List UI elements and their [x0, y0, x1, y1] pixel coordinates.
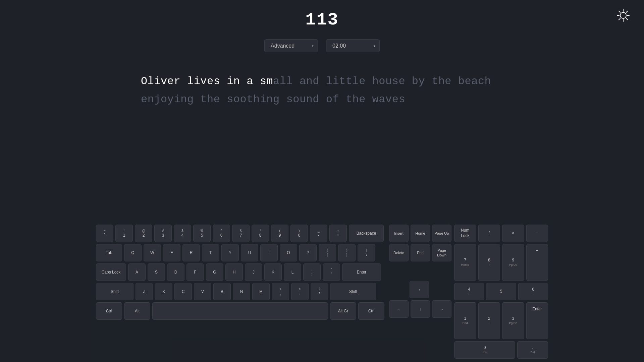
- key-r[interactable]: R: [182, 244, 200, 261]
- key-5[interactable]: %5: [193, 225, 211, 242]
- key-num-enter[interactable]: Enter: [526, 302, 548, 339]
- key-num-plus[interactable]: +: [526, 244, 548, 281]
- key-shift-left[interactable]: Shift: [96, 283, 133, 300]
- key-arrow-up[interactable]: ↑: [410, 281, 429, 298]
- key-alt-left[interactable]: Alt: [124, 302, 150, 320]
- theme-toggle-button[interactable]: [616, 8, 631, 23]
- key-m[interactable]: M: [252, 283, 270, 300]
- svg-line-7: [626, 11, 628, 12]
- key-i[interactable]: I: [260, 244, 278, 261]
- key-4[interactable]: $4: [174, 225, 191, 242]
- key-num-1[interactable]: 1End: [454, 302, 476, 339]
- key-o[interactable]: O: [280, 244, 297, 261]
- key-d[interactable]: D: [167, 263, 184, 281]
- key-backspace[interactable]: Backspace: [349, 225, 384, 242]
- key-k[interactable]: K: [264, 263, 282, 281]
- key-v[interactable]: V: [194, 283, 211, 300]
- key-shift-right[interactable]: Shift: [330, 283, 376, 300]
- key-num-3[interactable]: 3Pg Dn: [502, 302, 524, 339]
- key-pageup[interactable]: Page Up: [432, 225, 451, 242]
- key-period[interactable]: >.: [291, 283, 309, 300]
- key-arrow-left[interactable]: ←: [389, 300, 409, 318]
- key-num-6[interactable]: 6→: [518, 283, 548, 300]
- key-num-4[interactable]: 4←: [454, 283, 484, 300]
- key-f[interactable]: F: [186, 263, 204, 281]
- key-numlock[interactable]: NumLock: [454, 225, 476, 242]
- key-0[interactable]: )0: [290, 225, 308, 242]
- key-9[interactable]: (9: [271, 225, 288, 242]
- key-pagedown[interactable]: Page Down: [432, 244, 451, 261]
- nav-row-arrows-bottom: ← ↓ →: [389, 300, 449, 318]
- key-8[interactable]: *8: [252, 225, 269, 242]
- key-7[interactable]: &7: [232, 225, 250, 242]
- key-enter[interactable]: Enter: [342, 263, 381, 281]
- key-x[interactable]: X: [155, 283, 172, 300]
- key-h[interactable]: H: [225, 263, 243, 281]
- key-bracket-close[interactable]: }]: [338, 244, 356, 261]
- key-altgr[interactable]: Alt Gr: [330, 302, 356, 320]
- key-p[interactable]: P: [299, 244, 317, 261]
- key-backtick[interactable]: ~`: [96, 225, 113, 242]
- difficulty-dropdown-wrapper[interactable]: Beginner Intermediate Advanced Expert ▾: [264, 39, 318, 52]
- key-quote[interactable]: "': [323, 263, 340, 281]
- key-y[interactable]: Y: [221, 244, 239, 261]
- key-num-multiply[interactable]: ×: [502, 225, 524, 242]
- time-select[interactable]: 01:00 02:00 03:00 05:00: [326, 39, 380, 52]
- key-e[interactable]: E: [163, 244, 180, 261]
- key-comma[interactable]: <,: [272, 283, 289, 300]
- key-w[interactable]: W: [144, 244, 161, 261]
- wpm-display: 113: [0, 10, 644, 30]
- key-arrow-down[interactable]: ↓: [411, 300, 430, 318]
- key-backslash[interactable]: |\: [358, 244, 375, 261]
- keyboard: ~` !1 @2 #3 $4 %5 ^6 &7 *8 (9 )0 _- += B…: [91, 219, 553, 362]
- key-num-8[interactable]: 8↑: [478, 244, 500, 281]
- key-t[interactable]: T: [202, 244, 219, 261]
- key-home[interactable]: Home: [411, 225, 430, 242]
- key-insert[interactable]: Insert: [389, 225, 409, 242]
- key-g[interactable]: G: [206, 263, 223, 281]
- sun-icon: [616, 8, 631, 23]
- key-bracket-open[interactable]: {[: [319, 244, 336, 261]
- key-z[interactable]: Z: [136, 283, 153, 300]
- key-end[interactable]: End: [411, 244, 430, 261]
- key-slash[interactable]: ?/: [311, 283, 328, 300]
- difficulty-select[interactable]: Beginner Intermediate Advanced Expert: [264, 39, 318, 52]
- key-num-2[interactable]: 2↓: [478, 302, 500, 339]
- key-capslock[interactable]: Caps Lock: [96, 263, 126, 281]
- key-delete[interactable]: Delete: [389, 244, 409, 261]
- keyboard-numpad: NumLock / × − 7Home 8↑ 9Pg Up + 4← 5 6→ …: [454, 225, 548, 359]
- key-c[interactable]: C: [174, 283, 192, 300]
- key-tab[interactable]: Tab: [96, 244, 122, 261]
- key-num-minus[interactable]: −: [526, 225, 548, 242]
- numpad-row-3: 4← 5 6→: [454, 283, 548, 300]
- key-j[interactable]: J: [245, 263, 262, 281]
- key-num-5[interactable]: 5: [486, 283, 516, 300]
- key-q[interactable]: Q: [124, 244, 142, 261]
- key-b[interactable]: B: [213, 283, 231, 300]
- typed-text: Oliver lives in a sm: [141, 75, 273, 87]
- key-1[interactable]: !1: [115, 225, 133, 242]
- key-3[interactable]: #3: [154, 225, 172, 242]
- key-num-slash[interactable]: /: [478, 225, 500, 242]
- key-semicolon[interactable]: :;: [303, 263, 321, 281]
- key-num-9[interactable]: 9Pg Up: [502, 244, 524, 281]
- key-equals[interactable]: +=: [329, 225, 347, 242]
- key-n[interactable]: N: [233, 283, 250, 300]
- key-num-7[interactable]: 7Home: [454, 244, 476, 281]
- key-u[interactable]: U: [241, 244, 258, 261]
- key-l[interactable]: L: [284, 263, 301, 281]
- key-space[interactable]: [152, 302, 328, 320]
- key-a[interactable]: A: [128, 263, 146, 281]
- key-num-0[interactable]: 0Ins: [454, 341, 515, 359]
- key-arrow-right[interactable]: →: [432, 300, 451, 318]
- key-2[interactable]: @2: [135, 225, 152, 242]
- key-s[interactable]: S: [148, 263, 165, 281]
- time-dropdown-wrapper[interactable]: 01:00 02:00 03:00 05:00 ▾: [326, 39, 380, 52]
- nav-row-1: Insert Home Page Up: [389, 225, 449, 242]
- key-ctrl-left[interactable]: Ctrl: [96, 302, 122, 320]
- key-6[interactable]: ^6: [213, 225, 230, 242]
- key-num-decimal[interactable]: .Del: [517, 341, 548, 359]
- key-ctrl-right[interactable]: Ctrl: [358, 302, 384, 320]
- key-minus[interactable]: _-: [310, 225, 327, 242]
- controls: Beginner Intermediate Advanced Expert ▾ …: [0, 39, 644, 52]
